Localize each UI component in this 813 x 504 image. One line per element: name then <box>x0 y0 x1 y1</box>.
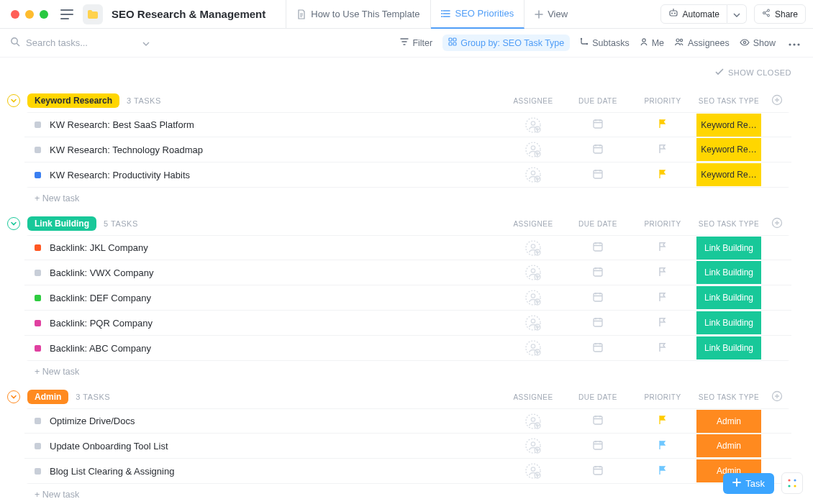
priority-cell[interactable] <box>630 342 695 354</box>
collapse-toggle[interactable] <box>7 390 20 403</box>
status-square[interactable] <box>35 443 41 449</box>
status-square[interactable] <box>35 320 41 326</box>
due-date-cell[interactable] <box>566 291 630 305</box>
status-square[interactable] <box>35 345 41 352</box>
due-date-cell[interactable] <box>566 464 630 478</box>
task-row[interactable]: Backlink: PQR CompanyLink Building <box>24 311 791 336</box>
tab-seo-priorities[interactable]: SEO Priorities <box>431 0 525 29</box>
assignee-cell[interactable] <box>501 167 566 183</box>
minimize-window-dot[interactable] <box>25 10 34 19</box>
task-row[interactable]: KW Research: Technology RoadmapKeyword R… <box>24 137 791 162</box>
assignee-placeholder-icon[interactable] <box>525 438 541 454</box>
due-date-cell[interactable] <box>566 414 630 428</box>
type-cell[interactable]: Link Building <box>695 261 763 284</box>
due-date-cell[interactable] <box>566 439 630 453</box>
due-date-cell[interactable] <box>566 168 630 182</box>
task-row[interactable]: KW Research: Best SaaS PlatformKeyword R… <box>24 112 791 137</box>
assignee-cell[interactable] <box>501 265 566 280</box>
task-row[interactable]: Backlink: ABC CompanyLink Building <box>24 336 791 361</box>
priority-cell[interactable] <box>630 440 695 452</box>
priority-cell[interactable] <box>630 267 695 279</box>
collapse-toggle[interactable] <box>7 94 20 107</box>
priority-cell[interactable] <box>630 292 695 304</box>
priority-cell[interactable] <box>630 465 695 477</box>
group-chip[interactable]: Link Building <box>27 216 96 231</box>
group-chip[interactable]: Keyword Research <box>27 93 119 108</box>
type-cell[interactable]: Link Building <box>695 336 763 359</box>
new-task-button[interactable]: + New task <box>35 193 79 203</box>
filter-button[interactable]: Filter <box>400 37 432 48</box>
tab-add-view[interactable]: View <box>524 0 578 29</box>
task-row[interactable]: Backlink: DEF CompanyLink Building <box>24 285 791 311</box>
tab-how-to-use[interactable]: How to Use This Template <box>286 0 430 29</box>
task-row[interactable]: KW Research: Productivity HabitsKeyword … <box>24 162 791 188</box>
task-row[interactable]: Blog List Clearing & AssigningAdmin <box>24 459 791 484</box>
folder-icon[interactable] <box>83 4 103 24</box>
due-date-cell[interactable] <box>566 316 630 330</box>
status-square[interactable] <box>35 122 41 128</box>
due-date-cell[interactable] <box>566 118 630 132</box>
assignee-placeholder-icon[interactable] <box>525 290 541 306</box>
status-square[interactable] <box>35 418 41 424</box>
type-cell[interactable]: Keyword Re… <box>695 114 763 137</box>
menu-icon[interactable] <box>57 4 77 24</box>
type-cell[interactable]: Link Building <box>695 311 763 334</box>
assignee-cell[interactable] <box>501 117 566 133</box>
assignee-placeholder-icon[interactable] <box>525 265 541 280</box>
priority-cell[interactable] <box>630 119 695 131</box>
type-cell[interactable]: Keyword Re… <box>695 163 763 186</box>
status-square[interactable] <box>35 244 41 251</box>
type-cell[interactable]: Admin <box>695 410 763 433</box>
assignee-cell[interactable] <box>501 290 566 306</box>
status-square[interactable] <box>35 468 41 475</box>
show-button[interactable]: Show <box>740 38 776 48</box>
automate-button[interactable]: Automate <box>660 4 727 24</box>
share-button[interactable]: Share <box>754 4 806 24</box>
priority-cell[interactable] <box>630 242 695 254</box>
show-closed-toggle[interactable]: SHOW CLOSED <box>715 68 791 77</box>
assignee-cell[interactable] <box>501 463 566 479</box>
assignee-cell[interactable] <box>501 340 566 356</box>
add-column-button[interactable] <box>763 217 791 230</box>
priority-cell[interactable] <box>630 169 695 181</box>
priority-cell[interactable] <box>630 317 695 329</box>
maximize-window-dot[interactable] <box>40 10 48 19</box>
new-task-button[interactable]: + New task <box>35 490 79 500</box>
task-row[interactable]: Optimize Drive/DocsAdmin <box>24 408 791 434</box>
assignee-placeholder-icon[interactable] <box>525 413 541 429</box>
task-row[interactable]: Update Onboarding Tool ListAdmin <box>24 434 791 459</box>
status-square[interactable] <box>35 295 41 301</box>
due-date-cell[interactable] <box>566 266 630 280</box>
close-window-dot[interactable] <box>11 10 19 19</box>
add-column-button[interactable] <box>763 94 791 107</box>
type-cell[interactable]: Admin <box>695 434 763 457</box>
assignee-placeholder-icon[interactable] <box>525 240 541 256</box>
task-row[interactable]: Backlink: JKL CompanyLink Building <box>24 235 791 260</box>
assignee-placeholder-icon[interactable] <box>525 142 541 157</box>
status-square[interactable] <box>35 147 41 153</box>
assignee-placeholder-icon[interactable] <box>525 315 541 331</box>
due-date-cell[interactable] <box>566 241 630 255</box>
assignee-placeholder-icon[interactable] <box>525 117 541 133</box>
assignee-cell[interactable] <box>501 240 566 256</box>
assignee-placeholder-icon[interactable] <box>525 463 541 479</box>
search-input[interactable] <box>26 37 127 48</box>
more-icon[interactable] <box>786 35 803 51</box>
subtasks-button[interactable]: Subtasks <box>580 37 629 48</box>
collapse-toggle[interactable] <box>7 217 20 230</box>
me-button[interactable]: Me <box>640 37 664 48</box>
new-task-fab[interactable]: Task <box>723 473 774 494</box>
priority-cell[interactable] <box>630 415 695 427</box>
assignee-cell[interactable] <box>501 315 566 331</box>
type-cell[interactable]: Link Building <box>695 286 763 309</box>
automate-caret[interactable] <box>727 4 747 24</box>
group-by-button[interactable]: Group by: SEO Task Type <box>442 35 570 51</box>
assignee-cell[interactable] <box>501 438 566 454</box>
new-task-button[interactable]: + New task <box>35 367 79 377</box>
assignee-cell[interactable] <box>501 413 566 429</box>
apps-fab[interactable] <box>781 472 803 494</box>
task-row[interactable]: Backlink: VWX CompanyLink Building <box>24 260 791 285</box>
status-square[interactable] <box>35 172 41 178</box>
assignee-placeholder-icon[interactable] <box>525 167 541 183</box>
assignee-placeholder-icon[interactable] <box>525 340 541 356</box>
